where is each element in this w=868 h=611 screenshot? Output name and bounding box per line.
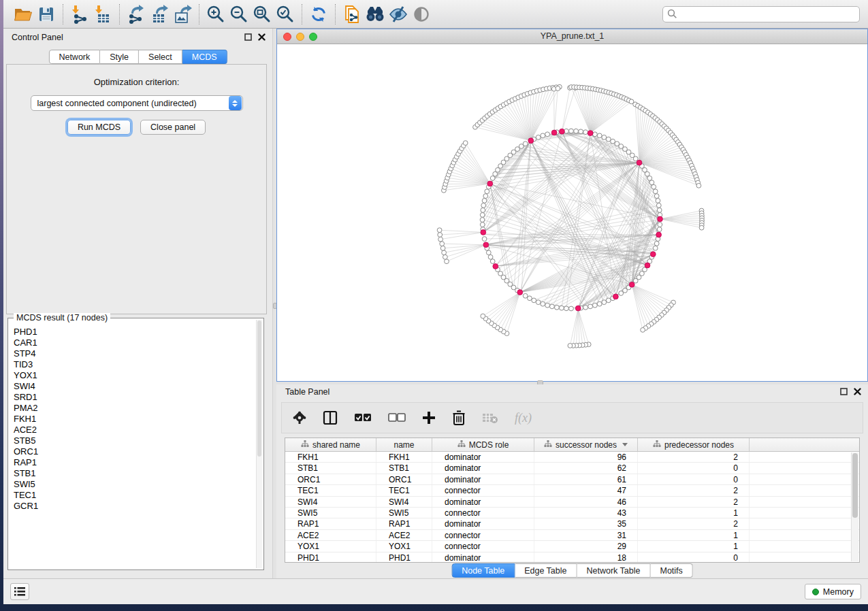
table-cell[interactable]: TEC1	[376, 485, 432, 495]
mcds-node-item[interactable]: ACE2	[11, 425, 255, 435]
table-cell[interactable]: ACE2	[376, 530, 432, 540]
column-header-name[interactable]: name	[376, 438, 432, 451]
table-cell[interactable]: connector	[432, 485, 534, 495]
mcds-node-item[interactable]: TID3	[11, 359, 255, 370]
delete-row-icon[interactable]	[452, 410, 466, 425]
table-cell[interactable]: SWI4	[376, 497, 432, 507]
table-cell[interactable]: connector	[432, 530, 534, 540]
table-cell[interactable]: 2	[638, 518, 750, 529]
mcds-node-item[interactable]: CAR1	[11, 337, 255, 348]
refresh-view-icon[interactable]	[307, 3, 330, 26]
sort-chevron-icon[interactable]	[622, 443, 628, 446]
table-cell[interactable]: 2	[638, 497, 750, 507]
criterion-dropdown[interactable]: largest connected component (undirected)	[31, 95, 243, 111]
scrollbar-thumb[interactable]	[852, 453, 858, 518]
table-cell[interactable]: YOX1	[285, 541, 376, 551]
table-cell[interactable]: 18	[534, 552, 638, 563]
mcds-node-item[interactable]: SWI4	[11, 381, 255, 392]
table-cell[interactable]: dominator	[432, 497, 534, 507]
import-table-icon[interactable]	[91, 3, 114, 26]
hide-selected-icon[interactable]	[387, 3, 410, 26]
mcds-node-item[interactable]: SWI5	[11, 479, 255, 490]
network-canvas[interactable]	[277, 44, 867, 381]
table-row[interactable]: SWI5SWI5connector431	[285, 508, 859, 518]
table-cell[interactable]: TEC1	[285, 485, 376, 495]
table-cell[interactable]: 2	[638, 452, 750, 462]
mcds-list-scrollbar[interactable]	[256, 320, 262, 568]
mcds-node-item[interactable]: FKH1	[11, 414, 255, 425]
show-columns-icon[interactable]	[323, 410, 338, 425]
tab-node-table[interactable]: Node Table	[451, 563, 515, 578]
close-panel-icon[interactable]	[258, 33, 266, 41]
table-cell[interactable]: RAP1	[285, 518, 376, 529]
table-cell[interactable]: RAP1	[376, 518, 432, 529]
mcds-node-item[interactable]: STP4	[11, 348, 255, 359]
table-cell[interactable]: 43	[534, 508, 638, 518]
mcds-node-item[interactable]: GCR1	[11, 501, 255, 512]
table-cell[interactable]: PHD1	[285, 552, 376, 563]
save-icon[interactable]	[35, 3, 58, 26]
table-row[interactable]: YOX1YOX1connector291	[285, 541, 859, 552]
show-all-icon[interactable]	[410, 3, 433, 26]
column-header-shared-name[interactable]: shared name	[285, 438, 376, 451]
mcds-node-item[interactable]: ORC1	[11, 446, 255, 457]
table-cell[interactable]: dominator	[432, 474, 534, 484]
table-cell[interactable]: STB1	[285, 463, 376, 473]
export-table-icon[interactable]	[148, 3, 171, 26]
mcds-node-item[interactable]: SRD1	[11, 392, 255, 403]
table-scrollbar[interactable]	[851, 452, 858, 561]
table-cell[interactable]: ORC1	[285, 474, 376, 484]
table-row[interactable]: SWI4SWI4dominator462	[285, 497, 859, 508]
table-cell[interactable]: 61	[534, 474, 638, 484]
mcds-node-item[interactable]: TEC1	[11, 490, 255, 501]
open-folder-icon[interactable]	[12, 3, 35, 26]
tab-motifs[interactable]: Motifs	[650, 563, 692, 578]
table-cell[interactable]: 0	[638, 463, 750, 473]
mcds-node-item[interactable]: STB5	[11, 435, 255, 446]
zoom-out-icon[interactable]	[227, 3, 251, 26]
table-cell[interactable]: dominator	[432, 452, 534, 462]
run-mcds-button[interactable]: Run MCDS	[67, 120, 131, 135]
add-row-icon[interactable]	[422, 411, 436, 425]
table-cell[interactable]: 0	[638, 474, 750, 484]
column-header-MCDS-role[interactable]: MCDS role	[432, 438, 534, 451]
table-cell[interactable]: dominator	[432, 518, 534, 529]
zoom-selected-icon[interactable]	[274, 3, 297, 26]
table-cell[interactable]: FKH1	[285, 452, 376, 462]
table-cell[interactable]: SWI5	[285, 508, 376, 518]
mcds-node-item[interactable]: STB1	[11, 468, 255, 479]
network-window-titlebar[interactable]: YPA_prune.txt_1	[277, 29, 867, 44]
table-cell[interactable]: connector	[432, 541, 534, 551]
table-options-icon[interactable]	[293, 411, 306, 425]
table-row[interactable]: FKH1FKH1dominator962	[285, 452, 859, 463]
table-cell[interactable]: dominator	[432, 463, 534, 473]
table-cell[interactable]: ACE2	[285, 530, 376, 540]
table-cell[interactable]: 96	[534, 452, 638, 462]
float-panel-icon[interactable]	[840, 388, 848, 395]
table-cell[interactable]: connector	[432, 508, 534, 518]
column-header-predecessor-nodes[interactable]: predecessor nodes	[638, 438, 750, 451]
deselect-all-rows-icon[interactable]	[388, 413, 406, 423]
mcds-result-list[interactable]: PHD1CAR1STP4TID3YOX1SWI4SRD1PMA2FKH1ACE2…	[11, 327, 255, 568]
table-cell[interactable]: SWI5	[376, 508, 432, 518]
mcds-node-item[interactable]: YOX1	[11, 370, 255, 381]
tab-network[interactable]: Network	[48, 50, 100, 64]
table-row[interactable]: ACE2ACE2connector311	[285, 530, 859, 541]
mcds-node-item[interactable]: RAP1	[11, 457, 255, 468]
table-cell[interactable]: SWI4	[285, 497, 376, 507]
tab-mcds[interactable]: MCDS	[182, 50, 227, 64]
table-cell[interactable]: PHD1	[376, 552, 432, 563]
close-panel-icon[interactable]	[854, 388, 861, 395]
mcds-node-item[interactable]: PMA2	[11, 403, 255, 414]
table-cell[interactable]: 1	[638, 508, 750, 518]
table-cell[interactable]: 1	[638, 541, 750, 551]
table-cell[interactable]: YOX1	[376, 541, 432, 551]
zoom-in-icon[interactable]	[204, 3, 227, 26]
tab-edge-table[interactable]: Edge Table	[515, 563, 577, 578]
float-panel-icon[interactable]	[244, 33, 252, 41]
table-cell[interactable]: dominator	[432, 552, 534, 563]
table-cell[interactable]: 29	[534, 541, 638, 551]
table-cell[interactable]: 47	[534, 485, 638, 495]
search-neighbors-icon[interactable]	[364, 3, 387, 26]
table-cell[interactable]: FKH1	[376, 452, 432, 462]
